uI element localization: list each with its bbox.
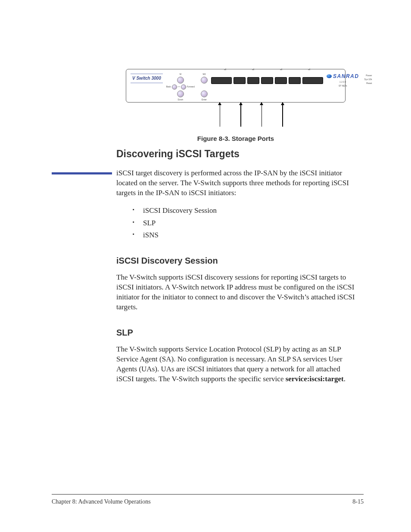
slp-service-name: service:iscsi:target — [286, 375, 344, 383]
device-faceplate: V Switch 3000 M Back • • Forward — [126, 69, 346, 103]
knob-down — [177, 90, 184, 97]
side-power: Power — [364, 74, 372, 78]
port-top-labels: all all all all — [211, 68, 323, 71]
port-6 — [289, 77, 301, 84]
port-3 — [247, 77, 259, 84]
slp-paragraph: The V-Switch supports Service Location P… — [116, 345, 355, 384]
side-labels: Power Sys 10k Reset — [364, 74, 372, 85]
brand-label: SANRAD — [333, 73, 359, 80]
arrow-1 — [220, 103, 221, 127]
bullet-item: iSNS — [143, 230, 355, 240]
slp-text-post: . — [344, 375, 346, 383]
footer-rule — [52, 494, 364, 495]
arrow-4 — [282, 103, 283, 127]
section-heading: Discovering iSCSI Targets — [116, 147, 355, 161]
nav-back-label: Back — [166, 85, 171, 88]
device-badge: V Switch 3000 — [131, 74, 163, 83]
nav-dots: • • — [178, 85, 180, 88]
bullet-item: SLP — [143, 218, 355, 228]
knob-label-down: Down — [177, 98, 183, 101]
device-ports: all all all all — [211, 72, 323, 84]
bullet-item: iSCSI Discovery Session — [143, 206, 355, 216]
top-label-4: all — [308, 68, 310, 71]
port-7 — [302, 77, 323, 84]
brand-disc-icon — [327, 75, 332, 78]
knob-m2 — [201, 77, 208, 84]
port-2 — [234, 77, 246, 84]
arrow-3 — [262, 103, 262, 127]
intro-paragraph: iSCSI target discovery is performed acro… — [116, 168, 355, 198]
nav-forward-knob — [181, 84, 186, 90]
discovery-paragraph: The V-Switch supports iSCSI discovery se… — [116, 273, 355, 312]
side-sys: Sys 10k — [364, 78, 372, 81]
leds-caption: ST NETs — [339, 84, 347, 87]
device-controls: M Back • • Forward Down M2 — [166, 72, 208, 101]
figure-caption: Figure 8-3. Storage Ports — [126, 134, 346, 143]
knob-label-m2: M2 — [203, 73, 206, 76]
knob-label-enter: Enter — [202, 98, 207, 101]
port-5 — [275, 77, 287, 84]
leds-numbers: 1 2 3 4 — [339, 81, 346, 84]
device-left: V Switch 3000 — [131, 72, 163, 83]
knob-m — [177, 77, 184, 84]
bullet-list: iSCSI Discovery Session SLP iSNS — [116, 206, 355, 241]
top-label-2: all — [252, 68, 254, 71]
page: V Switch 3000 M Back • • Forward — [0, 0, 411, 532]
subheading-discovery: iSCSI Discovery Session — [116, 255, 355, 267]
side-reset: Reset — [364, 81, 372, 85]
nav-back-knob — [172, 84, 177, 90]
arrow-2 — [240, 103, 241, 127]
page-content: V Switch 3000 M Back • • Forward — [116, 69, 355, 392]
callout-arrows — [157, 103, 346, 127]
knob-enter — [201, 90, 208, 97]
footer-page-number: 8-15 — [352, 498, 364, 506]
accent-rule — [52, 172, 112, 174]
top-label-1: all — [224, 68, 226, 71]
port-1 — [211, 77, 232, 84]
nav-forward-label: Forward — [187, 85, 195, 88]
page-footer: Chapter 8: Advanced Volume Operations 8-… — [52, 494, 364, 506]
top-label-3: all — [280, 68, 282, 71]
port-4 — [261, 77, 273, 84]
footer-chapter: Chapter 8: Advanced Volume Operations — [52, 498, 151, 506]
subheading-slp: SLP — [116, 327, 355, 339]
knob-label-m: M — [180, 73, 181, 76]
device-figure: V Switch 3000 M Back • • Forward — [126, 69, 346, 143]
device-brand: SANRAD 1 2 3 4 ST NETs Power Sys 10k Res… — [327, 72, 359, 87]
